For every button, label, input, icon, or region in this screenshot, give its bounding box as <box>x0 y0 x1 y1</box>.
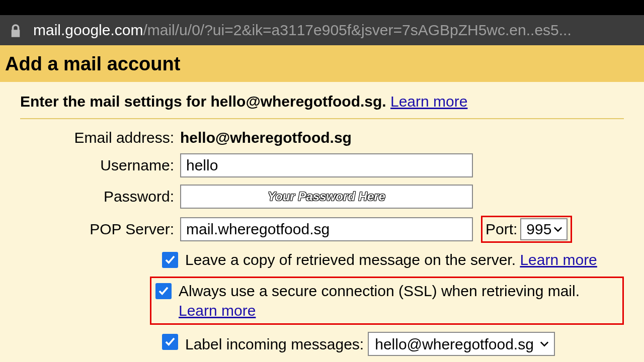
leave-copy-checkbox[interactable] <box>162 252 178 268</box>
email-value: hello@wheregotfood.sg <box>180 129 352 146</box>
label-select-value: hello@wheregotfood.sg <box>375 334 534 354</box>
email-label: Email address: <box>20 129 180 146</box>
username-input[interactable] <box>180 153 473 177</box>
password-label: Password: <box>20 188 180 205</box>
password-row: Password: Your Password Here <box>20 185 624 209</box>
label-messages-text: Label incoming messages: <box>185 334 364 354</box>
port-label: Port: <box>486 221 517 238</box>
label-messages-row: Label incoming messages: hello@wheregotf… <box>20 332 624 356</box>
chevron-down-icon <box>553 226 562 232</box>
leave-copy-row: Leave a copy of retrieved message on the… <box>20 250 624 269</box>
pop-server-row: POP Server: Port: 995 <box>20 216 624 243</box>
pop-server-input[interactable] <box>180 217 473 241</box>
dialog-header: Add a mail account <box>0 45 644 82</box>
learn-more-link[interactable]: Learn more <box>390 93 467 110</box>
leave-copy-text: Leave a copy of retrieved message on the… <box>185 251 520 268</box>
ssl-highlight: Always use a secure connection (SSL) whe… <box>150 277 624 325</box>
divider <box>20 118 624 119</box>
url-path: /mail/u/0/?ui=2&ik=a3117e905f&jsver=7sAG… <box>143 22 571 39</box>
label-select[interactable]: hello@wheregotfood.sg <box>368 332 555 356</box>
ssl-checkbox[interactable] <box>155 283 172 299</box>
port-highlight: Port: 995 <box>481 216 572 243</box>
email-row: Email address: hello@wheregotfood.sg <box>20 129 624 146</box>
lock-icon <box>10 24 21 37</box>
dialog-title: Add a mail account <box>5 53 639 75</box>
username-row: Username: <box>20 153 624 177</box>
instruction-prefix: Enter the mail settings for hello@whereg… <box>20 93 390 110</box>
dialog-body: Enter the mail settings for hello@whereg… <box>0 82 644 362</box>
instruction-text: Enter the mail settings for hello@whereg… <box>20 93 624 110</box>
pop-server-label: POP Server: <box>20 221 180 238</box>
leave-copy-learn-more-link[interactable]: Learn more <box>520 251 597 268</box>
address-bar[interactable]: mail.google.com/mail/u/0/?ui=2&ik=a3117e… <box>0 15 644 45</box>
port-select[interactable]: 995 <box>520 218 568 240</box>
url-domain: mail.google.com <box>33 22 143 39</box>
chevron-down-icon <box>540 341 549 347</box>
label-checkbox[interactable] <box>162 334 178 350</box>
ssl-learn-more-link[interactable]: Learn more <box>179 302 256 319</box>
window-top-border <box>0 0 644 15</box>
username-label: Username: <box>20 157 180 174</box>
password-input[interactable] <box>180 185 473 209</box>
ssl-text: Always use a secure connection (SSL) whe… <box>179 283 580 299</box>
port-value: 995 <box>526 221 551 238</box>
